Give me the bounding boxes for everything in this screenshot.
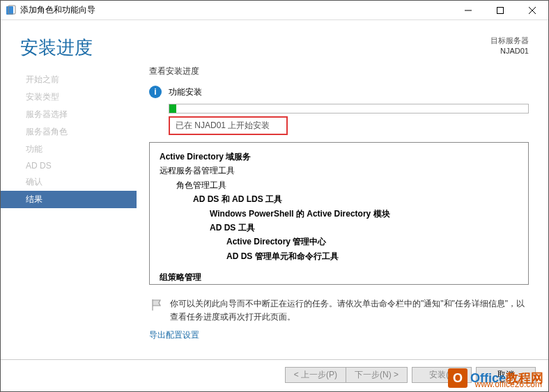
- feature-item: 组策略管理: [160, 270, 518, 284]
- info-icon: i: [149, 86, 162, 98]
- feature-item: Windows PowerShell 的 Active Directory 模块: [210, 207, 518, 221]
- feature-item: 角色管理工具: [176, 178, 518, 192]
- step-adds: AD DS: [1, 158, 137, 173]
- next-button: 下一步(N) >: [346, 367, 408, 383]
- close-button[interactable]: [516, 1, 548, 20]
- install-button: 安装(I): [412, 367, 472, 383]
- started-message: 已在 NJAD01 上开始安装: [169, 116, 288, 135]
- step-features: 功能: [1, 141, 137, 158]
- step-install-type: 安装类型: [1, 88, 137, 106]
- feature-item: AD DS 管理单元和命令行工具: [226, 249, 518, 263]
- feature-item: 远程服务器管理工具: [160, 164, 518, 178]
- wizard-window: 添加角色和功能向导 安装进度 目标服务器 NJAD01 开始之前 安装类型 服务…: [0, 0, 549, 392]
- step-server-roles: 服务器角色: [1, 123, 137, 141]
- flag-icon: [149, 297, 164, 313]
- progress-fill: [169, 104, 176, 113]
- titlebar: 添加角色和功能向导: [1, 1, 548, 20]
- section-label: 查看安装进度: [149, 65, 529, 77]
- previous-button: < 上一步(P): [285, 367, 346, 383]
- target-server-label: 目标服务器: [490, 36, 529, 46]
- page-title: 安装进度: [20, 36, 490, 60]
- features-list: Active Directory 域服务 远程服务器管理工具 角色管理工具 AD…: [149, 142, 529, 285]
- target-server-info: 目标服务器 NJAD01: [490, 36, 529, 57]
- app-icon: [5, 5, 16, 16]
- button-row: < 上一步(P) 下一步(N) > 安装(I) 取消: [1, 360, 548, 391]
- export-config-link[interactable]: 导出配置设置: [149, 329, 529, 341]
- target-server-name: NJAD01: [490, 46, 529, 56]
- window-title: 添加角色和功能向导: [20, 4, 452, 16]
- cancel-button[interactable]: 取消: [476, 367, 536, 383]
- svg-rect-0: [6, 6, 13, 15]
- wizard-steps: 开始之前 安装类型 服务器选择 服务器角色 功能 AD DS 确认 结果: [1, 65, 137, 350]
- step-confirm: 确认: [1, 173, 137, 191]
- window-controls: [452, 1, 548, 20]
- install-status-text: 功能安装: [169, 86, 202, 98]
- feature-item: Active Directory 域服务: [160, 150, 518, 164]
- progress-bar: [169, 104, 529, 113]
- svg-rect-3: [497, 7, 504, 13]
- maximize-button[interactable]: [484, 1, 516, 20]
- close-wizard-note: 你可以关闭此向导而不中断正在运行的任务。请依次单击命令栏中的"通知"和"任务详细…: [170, 297, 529, 324]
- feature-item: Active Directory 管理中心: [226, 235, 518, 249]
- step-before-begin: 开始之前: [1, 71, 137, 88]
- step-server-selection: 服务器选择: [1, 106, 137, 123]
- minimize-button[interactable]: [452, 1, 484, 20]
- feature-item: AD DS 和 AD LDS 工具: [193, 192, 518, 206]
- step-results: 结果: [1, 191, 137, 208]
- feature-item: AD DS 工具: [210, 221, 518, 235]
